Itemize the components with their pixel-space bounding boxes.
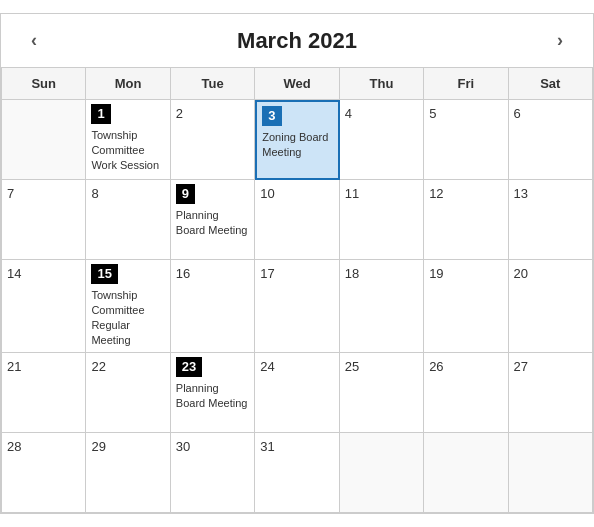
day-number: 6 (514, 105, 521, 123)
day-cell: 17 (255, 260, 339, 353)
day-cell: 13 (509, 180, 593, 260)
day-header-sun: Sun (2, 68, 86, 100)
day-number: 9 (176, 184, 195, 204)
day-cell[interactable]: 9Planning Board Meeting (171, 180, 255, 260)
day-cell: 11 (340, 180, 424, 260)
day-cell: 10 (255, 180, 339, 260)
day-cell: 20 (509, 260, 593, 353)
day-cell: 27 (509, 353, 593, 433)
calendar-container: ‹ March 2021 › SunMonTueWedThuFriSat1Tow… (0, 13, 594, 514)
event-label[interactable]: Planning Board Meeting (176, 381, 249, 411)
day-cell (340, 433, 424, 513)
day-number: 14 (7, 265, 21, 283)
day-cell: 25 (340, 353, 424, 433)
day-cell[interactable]: 15Township Committee Regular Meeting (86, 260, 170, 353)
day-header-wed: Wed (255, 68, 339, 100)
prev-month-button[interactable]: ‹ (21, 26, 47, 55)
day-number: 22 (91, 358, 105, 376)
day-header-tue: Tue (171, 68, 255, 100)
day-number: 18 (345, 265, 359, 283)
day-cell: 24 (255, 353, 339, 433)
day-cell: 4 (340, 100, 424, 180)
day-number: 23 (176, 357, 202, 377)
day-cell: 29 (86, 433, 170, 513)
day-number: 26 (429, 358, 443, 376)
next-month-button[interactable]: › (547, 26, 573, 55)
calendar-grid: SunMonTueWedThuFriSat1Township Committee… (1, 68, 593, 513)
day-number: 25 (345, 358, 359, 376)
event-label[interactable]: Township Committee Work Session (91, 128, 164, 173)
event-label[interactable]: Township Committee Regular Meeting (91, 288, 164, 347)
day-number: 5 (429, 105, 436, 123)
day-header-mon: Mon (86, 68, 170, 100)
day-cell: 2 (171, 100, 255, 180)
day-number: 16 (176, 265, 190, 283)
day-number: 19 (429, 265, 443, 283)
day-cell (2, 100, 86, 180)
day-cell: 26 (424, 353, 508, 433)
day-cell: 16 (171, 260, 255, 353)
event-label[interactable]: Planning Board Meeting (176, 208, 249, 238)
day-number: 29 (91, 438, 105, 456)
calendar-title: March 2021 (237, 28, 357, 54)
day-number: 1 (91, 104, 110, 124)
day-number: 10 (260, 185, 274, 203)
day-cell: 14 (2, 260, 86, 353)
day-number: 20 (514, 265, 528, 283)
day-cell: 8 (86, 180, 170, 260)
day-header-thu: Thu (340, 68, 424, 100)
day-number: 7 (7, 185, 14, 203)
day-number: 27 (514, 358, 528, 376)
day-number: 4 (345, 105, 352, 123)
day-cell[interactable]: 3Zoning Board Meeting (255, 100, 339, 180)
day-cell: 7 (2, 180, 86, 260)
day-number: 11 (345, 185, 359, 203)
day-cell (424, 433, 508, 513)
day-number: 17 (260, 265, 274, 283)
day-number: 2 (176, 105, 183, 123)
day-number: 28 (7, 438, 21, 456)
day-cell: 30 (171, 433, 255, 513)
day-cell (509, 433, 593, 513)
day-number: 15 (91, 264, 117, 284)
day-number: 31 (260, 438, 274, 456)
day-cell: 6 (509, 100, 593, 180)
day-header-fri: Fri (424, 68, 508, 100)
day-number: 30 (176, 438, 190, 456)
day-number: 3 (262, 106, 281, 126)
day-cell: 21 (2, 353, 86, 433)
day-cell: 22 (86, 353, 170, 433)
event-label[interactable]: Zoning Board Meeting (262, 130, 332, 160)
day-cell: 18 (340, 260, 424, 353)
day-number: 21 (7, 358, 21, 376)
day-header-sat: Sat (509, 68, 593, 100)
day-cell: 28 (2, 433, 86, 513)
day-cell: 12 (424, 180, 508, 260)
calendar-header: ‹ March 2021 › (1, 14, 593, 68)
day-number: 8 (91, 185, 98, 203)
day-cell: 5 (424, 100, 508, 180)
day-cell[interactable]: 23Planning Board Meeting (171, 353, 255, 433)
day-number: 24 (260, 358, 274, 376)
day-cell: 31 (255, 433, 339, 513)
day-number: 13 (514, 185, 528, 203)
day-cell[interactable]: 1Township Committee Work Session (86, 100, 170, 180)
day-number: 12 (429, 185, 443, 203)
day-cell: 19 (424, 260, 508, 353)
